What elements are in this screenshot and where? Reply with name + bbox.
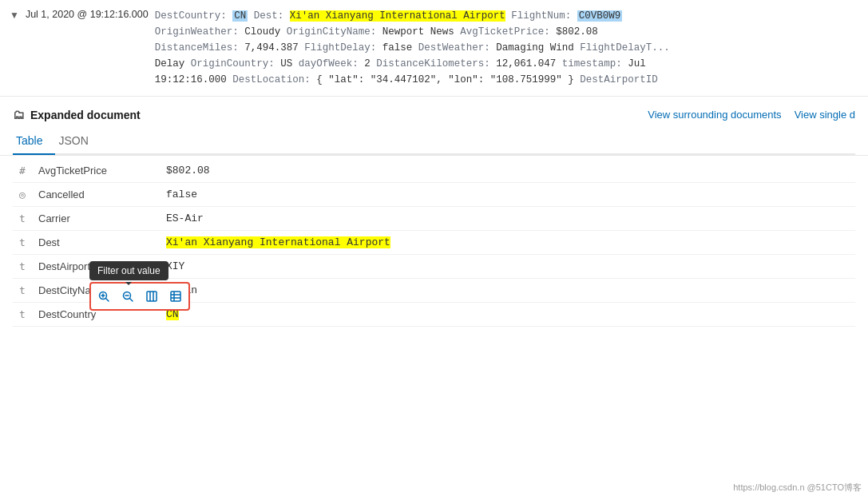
row-value: XIY [160,255,855,279]
table-row: ◎ Cancelled false [13,183,855,207]
log-content: DestCountry: CN Dest: Xi'an Xianyang Int… [155,8,858,88]
svg-rect-10 [171,292,180,301]
log-timestamp: Jul 1, 2020 @ 19:12:16.000 [26,9,149,20]
svg-rect-7 [147,292,157,301]
filter-in-button[interactable] [93,285,115,308]
row-value: $802.08 [160,159,855,183]
log-line1: DestCountry: CN Dest: Xi'an Xianyang Int… [155,10,623,22]
expanded-header: 🗂 Expanded document View surrounding doc… [13,108,855,121]
action-buttons-row [89,282,190,311]
filter-out-button[interactable] [117,285,139,308]
tab-table[interactable]: Table [13,129,55,155]
row-value: false [160,183,855,207]
toggle-column-button[interactable] [141,285,163,308]
log-row: ▼ Jul 1, 2020 @ 19:12:16.000 DestCountry… [0,0,868,97]
log-line5: 19:12:16.000 DestLocation: { "lat": "34.… [155,74,658,85]
log-line2: OriginWeather: Cloudy OriginCityName: Ne… [155,26,598,38]
row-key: AvgTicketPrice [32,159,160,183]
table-row: t Carrier ES-Air [13,207,855,231]
table-row-dest: t Dest Xi'an Xianyang International Airp… [13,231,855,255]
table-area: # AvgTicketPrice $802.08 ◎ Cancelled fal… [0,159,868,327]
row-icon: # [13,159,32,183]
log-line4: Delay OriginCountry: US dayOfWeek: 2 Dis… [155,58,646,69]
view-single-link[interactable]: View single d [795,109,855,121]
row-value-dest: Xi'an Xianyang International Airport [160,231,855,255]
row-key: Carrier [32,207,160,231]
row-icon: t [13,255,32,279]
row-value: ES-Air [160,207,855,231]
log-line3: DistanceMiles: 7,494.387 FlightDelay: fa… [155,42,670,54]
tooltip-container: Filter out value [89,261,190,311]
row-icon: t [13,231,32,255]
expanded-links: View surrounding documents View single d [648,109,855,121]
row-icon: t [13,279,32,303]
row-value: Xi'an [160,279,855,303]
expanded-title-text: Expanded document [30,109,141,121]
row-icon: ◎ [13,183,32,207]
row-icon: t [13,303,32,327]
pin-button[interactable] [164,285,187,308]
expanded-section: 🗂 Expanded document View surrounding doc… [0,97,868,156]
log-toggle[interactable]: ▼ [10,10,19,21]
expanded-title: 🗂 Expanded document [13,108,141,121]
folder-icon: 🗂 [13,108,25,121]
table-row: # AvgTicketPrice $802.08 [13,159,855,183]
tooltip-bubble: Filter out value [89,261,168,280]
tabs: Table JSON [13,129,855,155]
svg-line-5 [130,299,133,302]
view-surrounding-link[interactable]: View surrounding documents [648,109,781,121]
row-icon: t [13,207,32,231]
svg-line-1 [106,299,109,302]
row-key: Cancelled [32,183,160,207]
row-value-destcountry: CN [160,303,855,327]
row-key: Dest [32,231,160,255]
tab-json[interactable]: JSON [55,129,101,155]
